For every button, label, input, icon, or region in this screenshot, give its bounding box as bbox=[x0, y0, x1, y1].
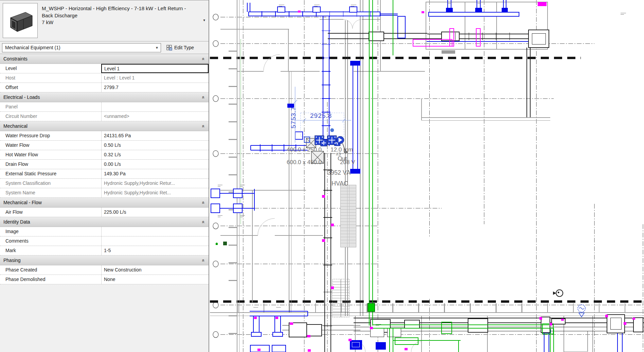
property-value: <unnamed> bbox=[101, 112, 209, 121]
section-title: Identity Data bbox=[3, 219, 30, 225]
element-filter-dropdown[interactable]: Mechanical Equipment (1) ▼ bbox=[2, 43, 161, 52]
tiny-duct-tags bbox=[218, 2, 626, 325]
type-preview-image bbox=[3, 3, 38, 38]
property-value[interactable] bbox=[101, 236, 209, 246]
property-label: Circuit Number bbox=[0, 112, 101, 121]
property-value[interactable]: 2799.7 bbox=[101, 83, 209, 92]
property-row-phase-demolished: Phase DemolishedNone bbox=[0, 275, 209, 284]
grid-lines bbox=[220, 0, 644, 352]
property-row-panel: Panel bbox=[0, 102, 209, 112]
property-label: Water Flow bbox=[0, 141, 101, 150]
type-title: M_WSHP - Horizontal - High Efficiency - … bbox=[38, 3, 206, 38]
type-header-chevron-down-icon[interactable]: ▾ bbox=[203, 18, 205, 22]
property-value[interactable]: 225.00 L/s bbox=[101, 208, 209, 217]
family-name: M_WSHP - Horizontal - High Efficiency - … bbox=[42, 5, 198, 19]
floor-plan bbox=[210, 0, 644, 352]
property-value[interactable]: 0.50 L/s bbox=[101, 141, 209, 150]
property-value: Hydronic Supply,Hydronic Ret... bbox=[101, 188, 209, 197]
property-label: Mark bbox=[0, 246, 101, 255]
type-header[interactable]: M_WSHP - Horizontal - High Efficiency - … bbox=[0, 0, 209, 41]
property-label: Host bbox=[0, 73, 101, 83]
property-value[interactable] bbox=[101, 227, 209, 236]
property-label: Water Pressure Drop bbox=[0, 131, 101, 140]
dropdown-chevron-icon: ▼ bbox=[153, 46, 161, 50]
section-header-phasing[interactable]: Phasing» bbox=[0, 256, 209, 265]
properties-table: Constraints»LevelLevel 1HostLevel : Leve… bbox=[0, 54, 209, 284]
collapse-chevron-icon[interactable]: » bbox=[198, 201, 208, 204]
property-row-level: LevelLevel 1 bbox=[0, 64, 209, 73]
walls bbox=[210, 0, 644, 352]
property-value bbox=[101, 102, 209, 111]
property-label: System Name bbox=[0, 188, 101, 197]
section-title: Mechanical bbox=[3, 123, 28, 129]
flex-connectors bbox=[254, 2, 635, 351]
grid-bubbles bbox=[213, 14, 218, 337]
property-value: Hydronic Supply,Hydronic Retur... bbox=[101, 179, 209, 188]
property-value[interactable]: 0.00 L/s bbox=[101, 160, 209, 169]
property-value[interactable]: 1-5 bbox=[101, 246, 209, 255]
property-value[interactable]: New Construction bbox=[101, 265, 209, 275]
collapse-chevron-icon[interactable]: » bbox=[198, 58, 208, 60]
type-name: 7 kW bbox=[42, 19, 198, 26]
section-header-constraints[interactable]: Constraints» bbox=[0, 54, 209, 64]
property-row-system-name: System NameHydronic Supply,Hydronic Ret.… bbox=[0, 188, 209, 198]
collapse-chevron-icon[interactable]: » bbox=[198, 259, 208, 262]
property-label: Panel bbox=[0, 102, 101, 111]
section-header-mechanical[interactable]: Mechanical» bbox=[0, 121, 209, 131]
property-row-mark: Mark1-5 bbox=[0, 246, 209, 256]
properties-panel: M_WSHP - Horizontal - High Efficiency - … bbox=[0, 0, 209, 352]
section-title: Constraints bbox=[3, 56, 28, 61]
property-row-system-classification: System ClassificationHydronic Supply,Hyd… bbox=[0, 179, 209, 188]
supply-ducts bbox=[211, 0, 624, 352]
section-title: Mechanical - Flow bbox=[3, 200, 42, 205]
property-label: Offset bbox=[0, 83, 101, 92]
property-value[interactable]: 149.30 Pa bbox=[101, 169, 209, 178]
pipes-green bbox=[215, 0, 554, 352]
stair-shaft bbox=[333, 185, 356, 317]
drawing-canvas[interactable]: 5753.7 2925.8 400.0 x 250.0 12.0 mm #3 O… bbox=[210, 0, 644, 352]
section-header-identity-data[interactable]: Identity Data» bbox=[0, 217, 209, 227]
property-value: Level : Level 1 bbox=[101, 73, 209, 83]
property-row-water-flow: Water Flow0.50 L/s bbox=[0, 141, 209, 150]
property-label: Hot Water Flow bbox=[0, 150, 101, 159]
property-row-water-pressure-drop: Water Pressure Drop24131.65 Pa bbox=[0, 131, 209, 141]
property-value[interactable]: 24131.65 Pa bbox=[101, 131, 209, 140]
collapse-chevron-icon[interactable]: » bbox=[198, 96, 208, 99]
type-selector-row: Mechanical Equipment (1) ▼ Edit Type bbox=[0, 41, 209, 54]
property-row-drain-flow: Drain Flow0.00 L/s bbox=[0, 160, 209, 169]
property-row-offset: Offset2799.7 bbox=[0, 83, 209, 92]
property-row-comments: Comments bbox=[0, 236, 209, 246]
property-label: External Static Pressure bbox=[0, 169, 101, 178]
property-label: Phase Demolished bbox=[0, 275, 101, 284]
temporary-dimensions bbox=[293, 87, 352, 143]
selected-equipment[interactable] bbox=[304, 136, 347, 163]
section-header-electrical-loads[interactable]: Electrical - Loads» bbox=[0, 92, 209, 102]
property-label: Comments bbox=[0, 236, 101, 246]
element-filter-value: Mechanical Equipment (1) bbox=[2, 45, 153, 50]
property-value[interactable]: Level 1 bbox=[101, 64, 209, 73]
property-row-hot-water-flow: Hot Water Flow0.32 L/s bbox=[0, 150, 209, 160]
property-row-phase-created: Phase CreatedNew Construction bbox=[0, 265, 209, 275]
property-value[interactable]: 0.32 L/s bbox=[101, 150, 209, 159]
edit-type-icon bbox=[166, 45, 172, 51]
wshp-3d-preview-icon bbox=[6, 6, 35, 35]
property-label: Phase Created bbox=[0, 265, 101, 275]
section-title: Electrical - Loads bbox=[3, 94, 40, 100]
edit-type-button[interactable]: Edit Type bbox=[164, 45, 196, 51]
edit-type-label: Edit Type bbox=[174, 45, 194, 50]
collapse-chevron-icon[interactable]: » bbox=[198, 125, 208, 128]
revit-window: M_WSHP - Horizontal - High Efficiency - … bbox=[0, 0, 644, 352]
property-label: Drain Flow bbox=[0, 160, 101, 169]
collapse-chevron-icon[interactable]: » bbox=[198, 221, 208, 224]
section-title: Phasing bbox=[3, 258, 21, 263]
property-row-circuit-number: Circuit Number<unnamed> bbox=[0, 112, 209, 121]
property-row-host: HostLevel : Level 1 bbox=[0, 73, 209, 83]
property-label: Level bbox=[0, 64, 101, 73]
section-header-mechanical-flow[interactable]: Mechanical - Flow» bbox=[0, 198, 209, 208]
property-row-external-static-pressure: External Static Pressure149.30 Pa bbox=[0, 169, 209, 179]
match-lines bbox=[210, 58, 644, 301]
property-value[interactable]: None bbox=[101, 275, 209, 284]
property-label: Image bbox=[0, 227, 101, 236]
property-label: Air Flow bbox=[0, 208, 101, 217]
property-row-image: Image bbox=[0, 227, 209, 236]
